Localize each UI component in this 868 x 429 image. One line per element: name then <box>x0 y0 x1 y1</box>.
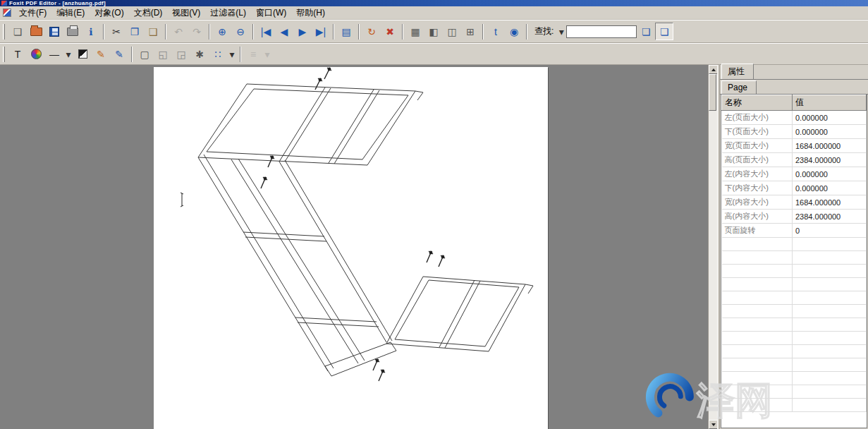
single-page-view-button[interactable]: ◧ <box>424 23 443 40</box>
fill-tool-button[interactable] <box>73 45 92 63</box>
empty-property-row <box>722 291 867 305</box>
grid-icon: ▦ <box>410 27 420 37</box>
document-canvas[interactable] <box>0 65 708 429</box>
property-row[interactable]: 页面旋转0 <box>722 224 867 238</box>
property-row[interactable]: 左(页面大小)0.000000 <box>722 111 867 125</box>
property-value[interactable]: 1684.000000 <box>793 139 867 153</box>
scrollbar-track[interactable] <box>709 74 717 420</box>
toolbar-grip[interactable] <box>3 47 5 62</box>
tools-button[interactable]: ✱ <box>190 45 209 63</box>
panel-tab-strip: Page <box>720 80 868 95</box>
menu-item-file[interactable]: 文件(F) <box>14 6 51 20</box>
next-page-icon: ▶ <box>299 27 307 37</box>
property-row[interactable]: 下(页面大小)0.000000 <box>722 125 867 139</box>
menu-item-edit[interactable]: 编辑(E) <box>51 6 90 20</box>
line-tool-button[interactable]: — <box>45 45 63 63</box>
property-row[interactable]: 宽(内容大小)1684.000000 <box>722 195 867 210</box>
pdf-page[interactable] <box>154 67 548 429</box>
property-row[interactable]: 下(内容大小)0.000000 <box>722 181 867 195</box>
toolbar-separator <box>402 24 403 40</box>
open-button[interactable] <box>27 23 45 40</box>
page-edit-alt-icon: ✎ <box>115 49 123 59</box>
nodes-dropdown-button[interactable]: ▾ <box>227 45 237 63</box>
property-row[interactable]: 高(页面大小)2384.000000 <box>722 153 867 167</box>
first-page-button[interactable]: |◀ <box>257 23 275 40</box>
menu-item-document[interactable]: 文档(D) <box>129 6 168 20</box>
menu-item-filter[interactable]: 过滤器(L) <box>205 6 251 20</box>
property-value[interactable]: 0.000000 <box>793 181 867 195</box>
property-value[interactable]: 0.000000 <box>793 111 867 125</box>
property-value[interactable]: 2384.000000 <box>793 153 867 167</box>
find-doc-button[interactable]: ❏ <box>637 23 655 40</box>
app-icon <box>1 1 7 6</box>
two-page-view-button[interactable]: ◫ <box>443 23 461 40</box>
property-value[interactable]: 0.000000 <box>793 125 867 139</box>
find-all-button[interactable]: ❏ <box>655 23 673 40</box>
menu-item-window[interactable]: 窗口(W) <box>251 6 291 20</box>
color-wheel-button[interactable] <box>27 45 45 63</box>
text-extract-button[interactable]: t <box>487 23 505 40</box>
edit-form-button[interactable]: ✎ <box>110 45 128 63</box>
fit-page-view-button[interactable]: ⊞ <box>461 23 479 40</box>
page-table-icon: ▤ <box>341 27 350 37</box>
property-value[interactable]: 0.000000 <box>793 167 867 181</box>
print-button[interactable] <box>63 23 82 40</box>
main-area: 属性 Page 名称 值 左(页面大小)0.000000下(页面大小)0.000… <box>0 65 868 429</box>
property-row[interactable]: 宽(页面大小)1684.000000 <box>722 139 867 153</box>
nodes-button[interactable]: ∷ <box>209 45 227 63</box>
new-button[interactable]: ❏ <box>8 23 27 40</box>
find-input[interactable] <box>566 25 637 38</box>
next-page-button[interactable]: ▶ <box>293 23 312 40</box>
menu-item-help[interactable]: 帮助(H) <box>291 6 330 20</box>
import-page-button[interactable]: ↻ <box>362 23 381 40</box>
cut-button[interactable]: ✂ <box>107 23 126 40</box>
last-page-button[interactable]: ▶| <box>312 23 330 40</box>
zoom-in-button[interactable]: ⊕ <box>213 23 231 40</box>
property-name: 高(内容大小) <box>722 210 793 224</box>
property-value[interactable]: 1684.000000 <box>793 195 867 210</box>
page-layout-button[interactable]: ▤ <box>337 23 355 40</box>
target-button[interactable]: ◉ <box>505 23 523 40</box>
last-page-icon: ▶| <box>316 27 326 37</box>
property-grid: 名称 值 左(页面大小)0.000000下(页面大小)0.000000宽(页面大… <box>721 95 867 428</box>
transform-a-button[interactable]: ◱ <box>154 45 172 63</box>
document-window-icon[interactable] <box>3 8 11 17</box>
text-up-icon: t <box>494 27 497 37</box>
toolbar-separator <box>526 24 527 40</box>
select-object-button[interactable]: ▢ <box>135 45 154 63</box>
vertical-scrollbar[interactable] <box>708 65 717 429</box>
undo-icon: ↶ <box>174 27 183 37</box>
align-button[interactable]: ≡ <box>244 45 262 63</box>
grid-view-button[interactable]: ▦ <box>406 23 424 40</box>
save-button[interactable] <box>45 23 63 40</box>
menu-item-object[interactable]: 对象(O) <box>90 6 128 20</box>
floppy-icon <box>49 27 59 37</box>
copy-icon: ❐ <box>130 27 140 37</box>
chevron-down-icon: ▾ <box>229 49 234 59</box>
undo-button[interactable]: ↶ <box>169 23 188 40</box>
prev-page-button[interactable]: ◀ <box>275 23 293 40</box>
transform-b-button[interactable]: ◲ <box>172 45 190 63</box>
properties-panel-tab[interactable]: 属性 <box>721 64 754 79</box>
find-dropdown-button[interactable]: ▾ <box>556 23 566 40</box>
line-dropdown-button[interactable]: ▾ <box>63 45 73 63</box>
two-page-icon: ◫ <box>447 27 456 37</box>
scrollbar-thumb[interactable] <box>709 74 716 111</box>
paste-button[interactable]: ❑ <box>144 23 162 40</box>
align-dropdown-button[interactable]: ▾ <box>262 45 272 63</box>
text-tool-button[interactable]: T <box>8 45 27 63</box>
tab-page[interactable]: Page <box>721 80 757 94</box>
delete-page-button[interactable]: ✖ <box>381 23 399 40</box>
info-button[interactable]: ℹ <box>82 23 100 40</box>
new-page-icon: ❏ <box>13 27 23 37</box>
property-value[interactable]: 2384.000000 <box>793 210 867 224</box>
zoom-out-button[interactable]: ⊖ <box>231 23 250 40</box>
property-value[interactable]: 0 <box>793 224 867 238</box>
toolbar-grip[interactable] <box>3 24 5 40</box>
redo-button[interactable]: ↷ <box>188 23 206 40</box>
property-row[interactable]: 左(内容大小)0.000000 <box>722 167 867 181</box>
property-row[interactable]: 高(内容大小)2384.000000 <box>722 210 867 224</box>
edit-content-button[interactable]: ✎ <box>92 45 110 63</box>
copy-button[interactable]: ❐ <box>126 23 144 40</box>
menu-item-view[interactable]: 视图(V) <box>167 6 205 20</box>
